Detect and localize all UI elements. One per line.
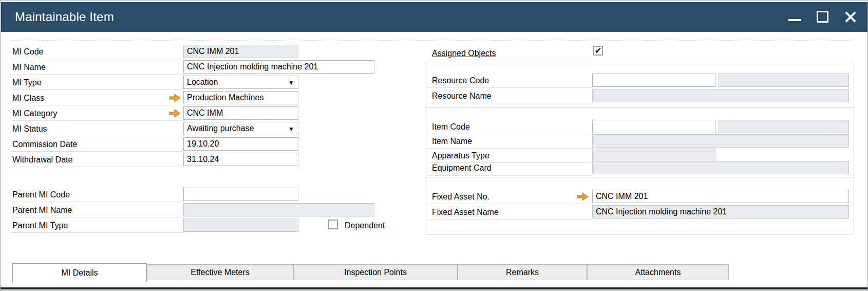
row-underline xyxy=(428,148,591,149)
tab-label: Remarks xyxy=(506,268,539,277)
link-arrow-icon[interactable] xyxy=(169,94,181,102)
chevron-down-icon[interactable]: ▼ xyxy=(288,125,294,133)
row-underline xyxy=(428,87,591,88)
dependent-label: Dependent xyxy=(345,221,385,231)
tab-effective-meters[interactable]: Effective Meters xyxy=(147,264,293,280)
window-controls xyxy=(787,2,858,32)
commission-date-input[interactable]: 19.10.20 xyxy=(183,137,298,151)
link-arrow-icon[interactable] xyxy=(577,192,589,201)
link-arrow-icon[interactable] xyxy=(169,109,181,118)
equipment-card-input[interactable] xyxy=(592,161,849,174)
parent-mi-code-label: Parent MI Code xyxy=(12,190,70,200)
close-button[interactable] xyxy=(843,9,858,25)
resource-code-input[interactable] xyxy=(592,74,715,87)
parent-mi-name-input[interactable] xyxy=(183,203,374,216)
maintainable-item-window: Maintainable Item MI Code CNC IMM 201 MI… xyxy=(0,0,868,291)
fixed-asset-no-label: Fixed Asset No. xyxy=(432,192,489,202)
tab-remarks[interactable]: Remarks xyxy=(458,264,587,280)
row-underline xyxy=(428,103,591,103)
checkmark-icon: ✔ xyxy=(595,46,601,56)
groupbox-separator xyxy=(425,177,854,177)
row-underline xyxy=(428,204,591,204)
fixed-asset-no-value: CNC IMM 201 xyxy=(596,192,648,201)
maximize-button[interactable] xyxy=(815,9,831,25)
fixed-asset-name-label: Fixed Asset Name xyxy=(432,207,499,217)
tab-label: Effective Meters xyxy=(191,268,249,277)
tab-label: Attachments xyxy=(635,268,681,277)
resource-name-label: Resource Name xyxy=(432,91,492,101)
row-underline xyxy=(428,175,591,176)
form-top-separator xyxy=(11,41,854,41)
item-name-input[interactable] xyxy=(592,134,849,148)
mi-code-input[interactable]: CNC IMM 201 xyxy=(183,45,298,58)
mi-type-label: MI Type xyxy=(12,78,42,88)
item-code-input[interactable] xyxy=(592,120,715,133)
mi-name-label: MI Name xyxy=(12,62,46,72)
row-underline xyxy=(11,89,183,90)
parent-mi-type-label: Parent MI Type xyxy=(12,221,68,231)
titlebar: Maintainable Item xyxy=(1,2,867,32)
minimize-button[interactable] xyxy=(787,9,803,25)
row-underline xyxy=(428,134,591,134)
dependent-checkbox[interactable] xyxy=(328,220,338,229)
mi-status-value: Awaiting purchase xyxy=(187,124,254,133)
item-code-aux-input[interactable] xyxy=(719,120,849,133)
row-underline xyxy=(11,105,183,105)
mi-category-value: CNC IMM xyxy=(187,108,223,118)
mi-class-input[interactable]: Production Machines xyxy=(183,91,298,104)
tab-inspection-points[interactable]: Inspection Points xyxy=(293,264,458,280)
assigned-objects-link[interactable]: Assigned Objects xyxy=(432,48,496,59)
resource-code-label: Resource Code xyxy=(432,76,489,86)
item-code-label: Item Code xyxy=(432,122,470,132)
mi-type-value: Location xyxy=(187,78,218,87)
row-underline xyxy=(11,59,183,59)
apparatus-type-label: Apparatus Type xyxy=(432,151,489,161)
row-underline xyxy=(11,120,183,121)
window-title: Maintainable Item xyxy=(15,10,114,24)
row-underline xyxy=(11,151,183,152)
withdrawal-date-value: 31.10.24 xyxy=(187,155,219,164)
fixed-asset-name-input[interactable]: CNC Injection molding machine 201 xyxy=(592,205,849,219)
row-underline xyxy=(11,232,183,233)
row-underline xyxy=(11,74,183,75)
commission-date-label: Commission Date xyxy=(12,139,77,150)
commission-date-value: 19.10.20 xyxy=(187,139,219,149)
apparatus-type-input[interactable] xyxy=(592,149,715,162)
parent-mi-name-label: Parent MI Name xyxy=(12,205,72,215)
row-underline xyxy=(11,167,183,167)
resource-name-input[interactable] xyxy=(592,89,849,102)
tab-label: Inspection Points xyxy=(344,268,407,277)
withdrawal-date-label: Withdrawal Date xyxy=(12,155,72,165)
resource-code-aux-input[interactable] xyxy=(719,74,849,87)
tab-label: MI Details xyxy=(61,268,98,278)
minimize-icon xyxy=(788,19,801,21)
withdrawal-date-input[interactable]: 31.10.24 xyxy=(183,153,298,166)
mi-class-value: Production Machines xyxy=(187,93,263,102)
mi-category-label: MI Category xyxy=(12,108,57,119)
parent-mi-code-input[interactable] xyxy=(183,188,298,201)
tab-mi-details[interactable]: MI Details xyxy=(12,263,147,282)
mi-name-input[interactable]: CNC Injection molding machine 201 xyxy=(183,60,374,74)
mi-class-label: MI Class xyxy=(12,93,44,103)
row-underline xyxy=(428,219,591,220)
row-underline xyxy=(11,217,183,217)
item-name-label: Item Name xyxy=(432,136,472,147)
maximize-icon xyxy=(817,11,828,23)
mi-type-dropdown[interactable]: Location ▼ xyxy=(183,76,298,89)
assigned-objects-checkbox[interactable]: ✔ xyxy=(593,46,603,56)
parent-mi-type-input[interactable] xyxy=(183,219,298,232)
mi-code-value: CNC IMM 201 xyxy=(187,47,239,56)
row-underline xyxy=(428,60,592,60)
mi-name-value: CNC Injection molding machine 201 xyxy=(187,62,318,71)
mi-status-dropdown[interactable]: Awaiting purchase ▼ xyxy=(183,122,298,135)
row-underline xyxy=(11,202,183,202)
mi-category-input[interactable]: CNC IMM xyxy=(183,106,298,120)
fixed-asset-no-input[interactable]: CNC IMM 201 xyxy=(592,190,849,203)
chevron-down-icon[interactable]: ▼ xyxy=(288,79,294,86)
tab-attachments[interactable]: Attachments xyxy=(587,264,729,280)
mi-code-label: MI Code xyxy=(12,47,43,57)
row-underline xyxy=(11,136,183,136)
close-icon xyxy=(844,11,857,23)
groupbox-separator xyxy=(425,107,854,107)
fixed-asset-name-value: CNC Injection molding machine 201 xyxy=(596,207,727,216)
